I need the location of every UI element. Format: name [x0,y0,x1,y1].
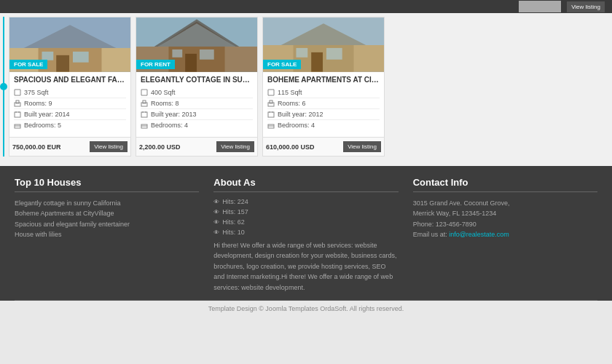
contact-email-row: Email us at: info@realestate.com [413,229,597,240]
card-title-3: BOHEME APARTMENTS AT CIT... [267,76,380,84]
svg-rect-5 [73,52,89,63]
top-bar: View listing [0,0,612,13]
card-rooms-3: Rooms: 6 [267,98,380,109]
card-image-1: FOR SALE [9,17,130,72]
card-bedrooms-2: Bedrooms: 4 [141,120,253,130]
footer-top10-list: Elegantly cottage in sunny California Bo… [15,198,199,240]
contact-address: 3015 Grand Ave. Coconut Grove, [413,198,597,208]
page-wrapper: View listing [0,0,612,364]
copyright-text: Template Design © Joomla Templates OrdaS… [208,305,404,312]
hits-row-3: 👁 Hits: 62 [213,218,398,226]
footer: Top 10 Houses Elegantly cottage in sunny… [0,166,612,301]
spacer [0,160,612,166]
card-rooms-1: Rooms: 9 [14,98,126,109]
property-card-2: FOR RENT ELEGANTLY COTTAGE IN SUN... 400… [136,17,258,157]
contact-email-link[interactable]: info@realestate.com [449,231,509,238]
list-item: Boheme Apartments at CityVillage [15,208,199,218]
card-built-1: Built year: 2014 [14,109,126,120]
card-footer-1: 750,000.00 EUR View listing [9,137,130,156]
contact-phone: Phone: 123-456-7890 [413,219,597,229]
hits-row-1: 👁 Hits: 224 [213,198,398,205]
card-footer-3: 610,000.00 USD View listing [263,137,384,156]
svg-rect-17 [185,54,197,72]
card-image-3: FOR SALE [263,17,384,72]
featured-thumb [519,1,561,12]
card-view-btn-2[interactable]: View listing [216,141,254,152]
card-title-2: ELEGANTLY COTTAGE IN SUN... [141,76,253,84]
about-text: Hi there! We offer a wide range of web s… [213,240,398,293]
card-bedrooms-3: Bedrooms: 4 [267,120,380,130]
eye-icon-1: 👁 [213,199,219,205]
eye-icon-3: 👁 [213,219,219,226]
svg-rect-9 [15,112,20,117]
footer-grid: Top 10 Houses Elegantly cottage in sunny… [15,177,597,293]
card-price-1: 750,000.00 EUR [12,143,61,151]
property-card-3: FOR SALE BOHEME APARTMENTS AT CIT... 115… [262,17,385,157]
card-body-1: SPACIOUS AND ELEGANT FAM... 375 Sqft Roo… [9,72,130,134]
footer-contact: Contact Info 3015 Grand Ave. Coconut Gro… [413,177,597,293]
svg-rect-18 [200,50,214,60]
svg-rect-4 [56,55,69,72]
svg-rect-23 [141,112,147,117]
svg-rect-6 [42,52,53,60]
footer-contact-title: Contact Info [413,177,597,192]
footer-top10-title: Top 10 Houses [15,177,199,192]
card-view-btn-1[interactable]: View listing [90,141,128,152]
footer-about: About As 👁 Hits: 224 👁 Hits: 157 👁 Hits:… [213,177,398,293]
contact-city: Merrick Way, FL 12345-1234 [413,208,597,218]
card-badge-2: FOR RENT [136,60,175,69]
card-built-3: Built year: 2012 [267,109,380,120]
cards-section: FOR SALE SPACIOUS AND ELEGANT FAM... 375… [0,13,612,160]
card-bedrooms-1: Bedrooms: 5 [14,120,126,130]
cards-row: FOR SALE SPACIOUS AND ELEGANT FAM... 375… [9,17,608,157]
list-item: Elegantly cottage in sunny California [15,198,199,208]
card-price-2: 2,200.00 USD [139,143,181,151]
card-built-2: Built year: 2013 [141,109,253,120]
property-card-1: FOR SALE SPACIOUS AND ELEGANT FAM... 375… [9,17,131,157]
card-body-2: ELEGANTLY COTTAGE IN SUN... 400 Sqft Roo… [136,72,257,134]
svg-rect-32 [326,48,342,60]
card-badge-1: FOR SALE [9,60,47,69]
footer-bottom: Template Design © Joomla Templates OrdaS… [15,300,597,312]
hits-label-3: Hits: 62 [222,218,245,226]
card-image-2: FOR RENT [136,17,257,72]
topbar-view-listing-button[interactable]: View listing [567,1,605,12]
card-rooms-2: Rooms: 8 [141,98,253,109]
eye-icon-2: 👁 [213,209,219,215]
sidebar-dot [0,83,7,90]
hits-label-1: Hits: 224 [222,198,248,205]
footer-top10: Top 10 Houses Elegantly cottage in sunny… [15,177,199,293]
left-sidebar [0,17,9,157]
card-body-3: BOHEME APARTMENTS AT CIT... 115 Sqft Roo… [263,72,384,134]
card-title-1: SPACIOUS AND ELEGANT FAM... [14,76,126,84]
hits-row-4: 👁 Hits: 10 [213,229,398,236]
card-footer-2: 2,200.00 USD View listing [136,137,257,156]
svg-rect-19 [172,50,182,58]
svg-rect-36 [268,112,274,117]
hits-label-4: Hits: 10 [222,229,245,236]
card-sqft-3: 115 Sqft [267,87,380,98]
footer-about-title: About As [213,177,398,192]
eye-icon-4: 👁 [213,229,219,236]
card-badge-3: FOR SALE [263,60,301,69]
svg-rect-33 [296,48,307,58]
card-sqft-2: 400 Sqft [141,87,253,98]
hits-row-2: 👁 Hits: 157 [213,208,398,215]
hits-label-2: Hits: 157 [222,208,248,215]
contact-email-prefix: Email us at: [413,231,450,238]
extra-space [389,17,608,157]
list-item: Spacious and elegant family entertainer [15,219,199,229]
card-price-3: 610,000.00 USD [266,143,315,151]
card-view-btn-3[interactable]: View listing [343,141,381,152]
card-sqft-1: 375 Sqft [14,87,126,98]
list-item: House with lilies [15,229,199,240]
svg-rect-31 [311,52,323,72]
